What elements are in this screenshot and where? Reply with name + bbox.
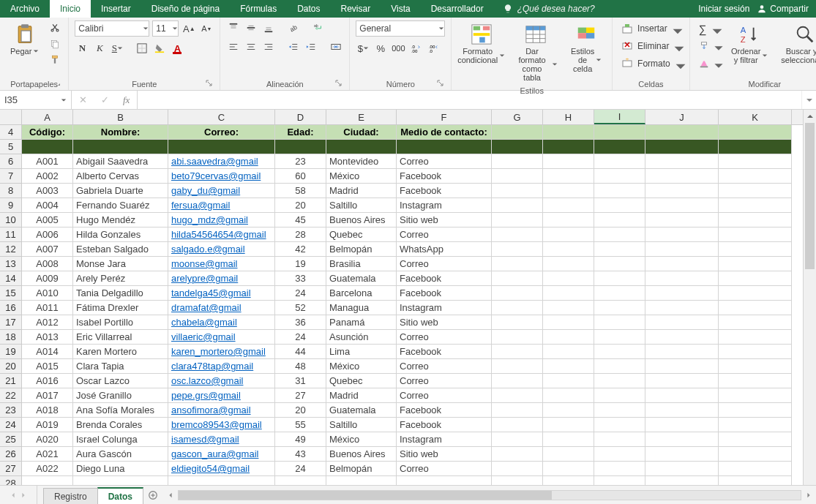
row-header-19[interactable]: 19 (0, 345, 21, 359)
cell-H8[interactable] (543, 184, 594, 198)
cell-I5[interactable] (594, 140, 645, 154)
cell-K19[interactable] (719, 345, 792, 359)
cell-D21[interactable]: 31 (275, 374, 326, 388)
cell-K10[interactable] (719, 213, 792, 227)
cell-F13[interactable]: Correo (397, 257, 492, 271)
cell-J4[interactable] (645, 125, 719, 140)
cell-B5[interactable] (73, 140, 168, 154)
cut-button[interactable] (48, 20, 62, 35)
cell-G25[interactable] (492, 432, 543, 447)
cell-K17[interactable] (719, 315, 792, 330)
cell-B7[interactable]: Alberto Cervas (73, 169, 168, 184)
cell-K21[interactable] (719, 374, 792, 388)
cell-F18[interactable]: Correo (397, 330, 492, 345)
cell-J13[interactable] (645, 257, 719, 271)
cell-E24[interactable]: Saltillo (326, 418, 397, 432)
cell-G21[interactable] (492, 374, 543, 388)
row-header-6[interactable]: 6 (0, 154, 21, 169)
col-header-A[interactable]: A (22, 110, 73, 124)
cell-B13[interactable]: Monse Jara (73, 257, 168, 271)
underline-button[interactable]: S (110, 41, 124, 56)
fill-color-button[interactable] (152, 41, 167, 56)
tab-insertar[interactable]: Insertar (91, 0, 141, 18)
cell-I15[interactable] (594, 286, 645, 301)
cell-K18[interactable] (719, 330, 792, 345)
cell-G8[interactable] (492, 184, 543, 198)
cell-B12[interactable]: Esteban Salgado (73, 242, 168, 257)
cell-C4[interactable]: Correo: (168, 125, 275, 140)
share-button[interactable]: Compartir (757, 4, 809, 14)
cell-C5[interactable] (168, 140, 275, 154)
cell-D12[interactable]: 42 (275, 242, 326, 257)
row-header-15[interactable]: 15 (0, 286, 21, 301)
cell-K13[interactable] (719, 257, 792, 271)
cell-C22[interactable]: pepe.grs@gmail (168, 388, 275, 403)
cell-F15[interactable]: Facebook (397, 286, 492, 301)
cell-A18[interactable]: A013 (22, 330, 73, 345)
align-right-button[interactable] (261, 40, 276, 54)
format-cells-button[interactable]: Formato (618, 56, 684, 72)
cell-A26[interactable]: A021 (22, 447, 73, 462)
cell-J6[interactable] (645, 154, 719, 169)
cell-F19[interactable]: Facebook (397, 345, 492, 359)
cell-D23[interactable]: 20 (275, 403, 326, 418)
cell-A25[interactable]: A020 (22, 432, 73, 447)
cell-B15[interactable]: Tania Delgadillo (73, 286, 168, 301)
insert-function-button[interactable]: fx (123, 94, 130, 106)
alignment-launcher[interactable] (334, 79, 343, 88)
cell-E22[interactable]: Madrid (326, 388, 397, 403)
cell-D18[interactable]: 24 (275, 330, 326, 345)
cell-A23[interactable]: A018 (22, 403, 73, 418)
cell-H4[interactable] (543, 125, 594, 140)
orientation-button[interactable]: ab (286, 20, 301, 35)
cell-J25[interactable] (645, 432, 719, 447)
cell-E21[interactable]: Quebec (326, 374, 397, 388)
cell-C19[interactable]: karen_mortero@gmail (168, 345, 275, 359)
cell-I18[interactable] (594, 330, 645, 345)
tell-me[interactable]: ¿Qué desea hacer? (503, 0, 595, 18)
cell-J24[interactable] (645, 418, 719, 432)
number-format-select[interactable]: General (356, 20, 445, 37)
cell-G16[interactable] (492, 301, 543, 315)
cell-K9[interactable] (719, 198, 792, 213)
cell-I6[interactable] (594, 154, 645, 169)
sheet-tab-registro[interactable]: Registro (43, 488, 98, 504)
cell-J23[interactable] (645, 403, 719, 418)
col-header-K[interactable]: K (719, 110, 792, 124)
cell-A14[interactable]: A009 (22, 271, 73, 286)
cell-I13[interactable] (594, 257, 645, 271)
cell-A27[interactable]: A022 (22, 462, 73, 476)
align-left-button[interactable] (226, 40, 241, 54)
cell-J10[interactable] (645, 213, 719, 227)
cell-G6[interactable] (492, 154, 543, 169)
cell-G15[interactable] (492, 286, 543, 301)
cell-C13[interactable]: moonse@gmail (168, 257, 275, 271)
col-header-J[interactable]: J (645, 110, 719, 124)
cell-A6[interactable]: A001 (22, 154, 73, 169)
cell-B4[interactable]: Nombre: (73, 125, 168, 140)
row-header-11[interactable]: 11 (0, 227, 21, 242)
cell-E6[interactable]: Montevideo (326, 154, 397, 169)
row-header-4[interactable]: 4 (0, 125, 21, 140)
cell-H20[interactable] (543, 359, 594, 374)
cell-G5[interactable] (492, 140, 543, 154)
border-button[interactable] (135, 41, 149, 56)
increase-decimal-button[interactable]: .0.00 (408, 41, 423, 56)
cell-H23[interactable] (543, 403, 594, 418)
cell-A7[interactable]: A002 (22, 169, 73, 184)
cell-D9[interactable]: 20 (275, 198, 326, 213)
cell-I11[interactable] (594, 227, 645, 242)
cell-G17[interactable] (492, 315, 543, 330)
cell-H15[interactable] (543, 286, 594, 301)
cell-K11[interactable] (719, 227, 792, 242)
cell-F25[interactable]: Instagram (397, 432, 492, 447)
autosum-button[interactable]: ∑ (696, 20, 722, 37)
vertical-scrollbar[interactable] (803, 110, 816, 496)
cell-E25[interactable]: México (326, 432, 397, 447)
cell-C15[interactable]: tandelga45@gmail (168, 286, 275, 301)
font-color-button[interactable]: A (170, 41, 184, 56)
cell-I27[interactable] (594, 462, 645, 476)
cell-F24[interactable]: Facebook (397, 418, 492, 432)
cell-I22[interactable] (594, 388, 645, 403)
cell-F26[interactable]: Sitio web (397, 447, 492, 462)
